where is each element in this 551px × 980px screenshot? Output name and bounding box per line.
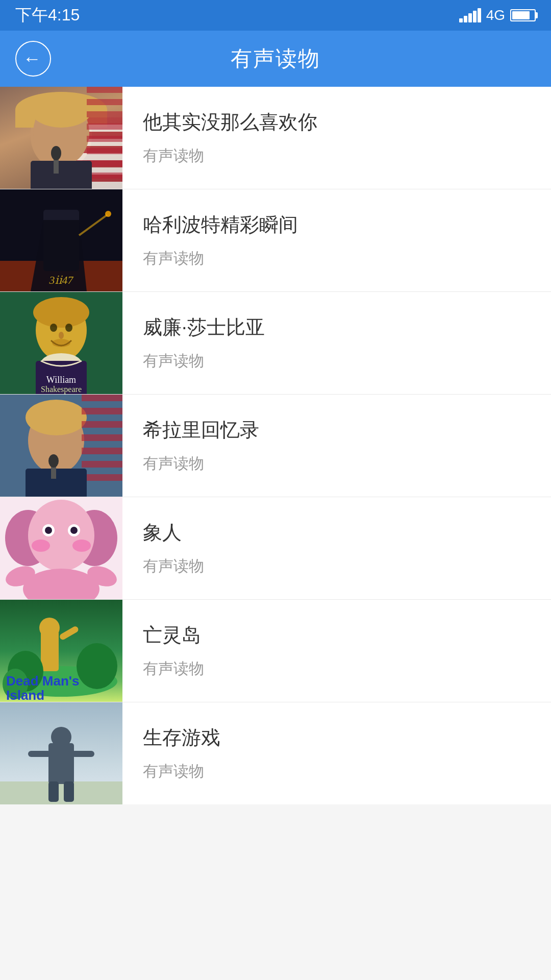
- svg-point-27: [59, 332, 64, 339]
- item-category-4: 有声读物: [143, 453, 531, 474]
- item-info-1: 他其实没那么喜欢你 有声读物: [122, 87, 551, 189]
- signal-icon: [459, 8, 481, 22]
- svg-point-24: [33, 297, 89, 328]
- svg-rect-39: [82, 434, 122, 441]
- item-title-5: 象人: [143, 520, 531, 546]
- svg-point-67: [77, 643, 117, 689]
- svg-point-35: [26, 400, 87, 435]
- svg-text:Dead Man's: Dead Man's: [6, 673, 79, 689]
- list-item[interactable]: 生存游戏 有声读物: [0, 702, 551, 804]
- svg-rect-76: [71, 751, 94, 757]
- audiobook-list: 他其实没那么喜欢你 有声读物 3ⅱ47: [0, 87, 551, 804]
- item-thumbnail-7: [0, 702, 122, 804]
- item-thumbnail-3: William Shakespeare: [0, 292, 122, 394]
- svg-rect-11: [87, 173, 122, 179]
- back-arrow-icon: ←: [23, 50, 41, 68]
- header: ← 有声读物: [0, 31, 551, 87]
- svg-rect-77: [48, 781, 59, 802]
- item-title-2: 哈利波特精彩瞬间: [143, 212, 531, 238]
- svg-point-64: [39, 618, 60, 638]
- item-category-1: 有声读物: [143, 145, 531, 166]
- item-info-5: 象人 有声读物: [122, 497, 551, 599]
- list-item[interactable]: 3ⅱ47 哈利波特精彩瞬间 有声读物: [0, 189, 551, 292]
- svg-rect-42: [82, 474, 122, 481]
- svg-rect-72: [0, 781, 122, 804]
- svg-rect-36: [82, 395, 122, 401]
- svg-rect-8: [87, 136, 122, 142]
- svg-rect-5: [87, 99, 122, 105]
- svg-rect-4: [87, 87, 122, 93]
- status-bar: 下午4:15 4G: [0, 0, 551, 31]
- list-item[interactable]: 他其实没那么喜欢你 有声读物: [0, 87, 551, 189]
- svg-rect-41: [82, 461, 122, 468]
- svg-rect-40: [82, 448, 122, 454]
- item-category-6: 有声读物: [143, 658, 531, 679]
- svg-text:3ⅱ47: 3ⅱ47: [48, 274, 73, 286]
- list-item[interactable]: 象人 有声读物: [0, 497, 551, 600]
- svg-point-20: [105, 211, 111, 217]
- item-thumbnail-1: [0, 87, 122, 189]
- item-title-4: 希拉里回忆录: [143, 417, 531, 443]
- item-title-6: 亡灵岛: [143, 622, 531, 648]
- svg-rect-10: [87, 160, 122, 166]
- item-category-7: 有声读物: [143, 761, 531, 782]
- svg-point-53: [45, 527, 52, 534]
- item-info-3: 威廉·莎士比亚 有声读物: [122, 292, 551, 394]
- item-category-2: 有声读物: [143, 248, 531, 269]
- list-item[interactable]: Dead Man's Island 亡灵岛 有声读物: [0, 600, 551, 702]
- battery-icon: [510, 9, 536, 21]
- svg-rect-7: [87, 124, 122, 130]
- svg-rect-73: [48, 743, 74, 784]
- svg-rect-37: [82, 408, 122, 414]
- battery-fill: [512, 11, 530, 19]
- status-icons: 4G: [459, 7, 536, 23]
- list-item[interactable]: 希拉里回忆录 有声读物: [0, 395, 551, 497]
- svg-point-59: [32, 540, 50, 552]
- svg-text:Shakespeare: Shakespeare: [41, 385, 82, 394]
- svg-rect-75: [28, 751, 51, 757]
- item-thumbnail-4: [0, 395, 122, 497]
- item-info-7: 生存游戏 有声读物: [122, 702, 551, 804]
- svg-point-55: [70, 527, 78, 534]
- svg-point-60: [72, 540, 91, 552]
- item-title-3: 威廉·莎士比亚: [143, 314, 531, 340]
- item-category-3: 有声读物: [143, 351, 531, 372]
- page-title: 有声读物: [231, 44, 320, 73]
- network-type: 4G: [486, 7, 505, 23]
- item-info-4: 希拉里回忆录 有声读物: [122, 395, 551, 497]
- item-thumbnail-6: Dead Man's Island: [0, 600, 122, 702]
- svg-point-14: [51, 146, 61, 160]
- item-info-6: 亡灵岛 有声读物: [122, 600, 551, 702]
- svg-rect-9: [87, 148, 122, 154]
- svg-point-26: [65, 324, 72, 332]
- svg-point-25: [50, 324, 57, 332]
- svg-rect-78: [64, 781, 74, 802]
- back-button[interactable]: ←: [15, 41, 51, 77]
- svg-rect-6: [87, 111, 122, 117]
- item-info-2: 哈利波特精彩瞬间 有声读物: [122, 189, 551, 291]
- svg-rect-12: [31, 161, 92, 189]
- status-time: 下午4:15: [15, 4, 80, 27]
- svg-point-45: [48, 454, 59, 468]
- item-title-7: 生存游戏: [143, 725, 531, 751]
- list-item[interactable]: William Shakespeare 威廉·莎士比亚 有声读物: [0, 292, 551, 395]
- svg-rect-38: [82, 421, 122, 428]
- svg-point-3: [31, 92, 92, 128]
- item-category-5: 有声读物: [143, 556, 531, 577]
- item-title-1: 他其实没那么喜欢你: [143, 109, 531, 135]
- svg-text:Island: Island: [6, 688, 44, 702]
- item-thumbnail-2: 3ⅱ47: [0, 189, 122, 291]
- svg-text:William: William: [46, 375, 76, 385]
- svg-point-74: [51, 727, 71, 747]
- item-thumbnail-5: [0, 497, 122, 599]
